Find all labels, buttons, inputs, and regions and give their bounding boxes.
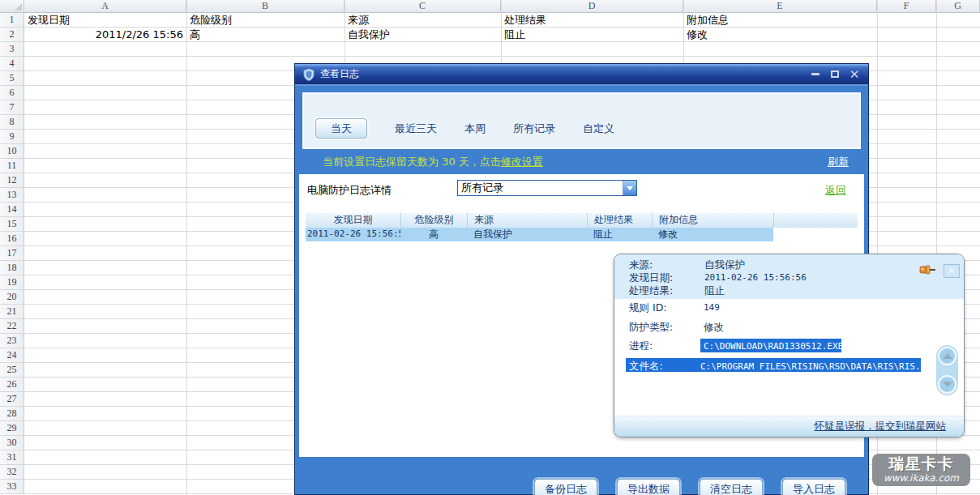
row-header-1[interactable]: 1 xyxy=(0,13,24,28)
column-header-C[interactable]: C xyxy=(344,0,501,13)
row-header-28[interactable]: 28 xyxy=(0,407,24,421)
tab-today[interactable]: 当天 xyxy=(315,118,367,139)
row-header-3[interactable]: 3 xyxy=(0,42,24,57)
cell-A2[interactable]: 2011/2/26 15:56 xyxy=(24,28,186,42)
popup-scrollbar[interactable] xyxy=(936,345,958,395)
row-header-14[interactable]: 14 xyxy=(0,203,24,217)
row-header-32[interactable]: 32 xyxy=(0,465,24,480)
cell-B1[interactable]: 危险级别 xyxy=(186,13,344,28)
row-header-21[interactable]: 21 xyxy=(0,305,24,319)
row-header-23[interactable]: 23 xyxy=(0,334,24,348)
dropdown-button[interactable] xyxy=(623,181,636,195)
detail-filename-row[interactable]: 文件名: C:\PROGRAM FILES\RISING\RSD\DATA\RI… xyxy=(626,358,921,372)
column-header-G[interactable]: G xyxy=(936,0,980,13)
summary-result-value: 阻止 xyxy=(704,284,725,298)
refresh-link[interactable]: 刷新 xyxy=(828,155,849,169)
column-header-F[interactable]: F xyxy=(877,0,936,13)
column-header-B[interactable]: B xyxy=(186,0,344,13)
tab-last-three-days[interactable]: 最近三天 xyxy=(395,118,437,139)
row-header-26[interactable]: 26 xyxy=(0,378,24,392)
log-table-row[interactable]: 2011-02-26 15:56:56 高 自我保护 阻止 修改 xyxy=(306,228,773,241)
import-logs-button[interactable]: 导入日志 xyxy=(782,479,845,495)
cell-C2[interactable]: 自我保护 xyxy=(344,28,501,42)
cell-C1[interactable]: 来源 xyxy=(344,13,501,28)
backup-logs-button[interactable]: 备份日志 xyxy=(534,479,597,495)
row-header-17[interactable]: 17 xyxy=(0,246,24,261)
export-data-button[interactable]: 导出数据 xyxy=(617,479,680,495)
grid-line xyxy=(186,0,187,495)
summary-result-label: 处理结果: xyxy=(629,284,673,298)
log-table-header: 发现日期 危险级别 来源 处理结果 附加信息 xyxy=(306,213,858,228)
row-header-2[interactable]: 2 xyxy=(0,28,24,42)
cell-D1[interactable]: 处理结果 xyxy=(501,13,683,28)
col-header-result[interactable]: 处理结果 xyxy=(587,213,652,228)
row-header-10[interactable]: 10 xyxy=(0,144,24,159)
row-header-9[interactable]: 9 xyxy=(0,130,24,144)
report-false-positive-link[interactable]: 怀疑是误报，提交到瑞星网站 xyxy=(815,420,947,433)
tab-custom[interactable]: 自定义 xyxy=(583,118,614,139)
tab-this-week[interactable]: 本周 xyxy=(464,118,486,139)
cell-B2[interactable]: 高 xyxy=(186,28,344,42)
col-header-date[interactable]: 发现日期 xyxy=(306,213,400,228)
row-header-33[interactable]: 33 xyxy=(0,480,24,494)
row-header-12[interactable]: 12 xyxy=(0,173,24,188)
popup-close-button[interactable]: ✕ xyxy=(944,264,960,278)
cell-info: 修改 xyxy=(652,228,773,241)
detail-filename-label: 文件名: xyxy=(629,360,663,372)
row-header-5[interactable]: 5 xyxy=(0,71,24,86)
arrow-down-icon xyxy=(943,382,952,387)
cell-E1[interactable]: 附加信息 xyxy=(683,13,877,28)
row-header-22[interactable]: 22 xyxy=(0,319,24,334)
row-header-30[interactable]: 30 xyxy=(0,436,24,450)
pushpin-icon[interactable] xyxy=(917,262,936,277)
row-header-6[interactable]: 6 xyxy=(0,86,24,100)
col-header-level[interactable]: 危险级别 xyxy=(400,213,467,228)
log-detail-popup: 来源: 自我保护 发现日期: 2011-02-26 15:56:56 处理结果:… xyxy=(614,254,965,437)
row-header-16[interactable]: 16 xyxy=(0,232,24,246)
maximize-button[interactable] xyxy=(828,69,841,80)
scroll-down-button[interactable] xyxy=(938,375,956,394)
row-header-24[interactable]: 24 xyxy=(0,348,24,363)
detail-process-label: 进程: xyxy=(629,339,653,353)
cell-D2[interactable]: 阻止 xyxy=(501,28,683,42)
detail-protect-type-label: 防护类型: xyxy=(629,321,673,335)
col-header-source[interactable]: 来源 xyxy=(467,213,587,228)
maximize-icon xyxy=(831,70,839,78)
record-type-dropdown[interactable]: 所有记录 xyxy=(457,180,637,196)
modify-settings-link[interactable]: 修改设置 xyxy=(501,155,543,169)
row-header-15[interactable]: 15 xyxy=(0,217,24,232)
row-header-13[interactable]: 13 xyxy=(0,188,24,203)
row-header-4[interactable]: 4 xyxy=(0,57,24,71)
popup-close-icon: ✕ xyxy=(948,265,956,276)
clear-logs-button[interactable]: 清空日志 xyxy=(700,479,763,495)
row-header-29[interactable]: 29 xyxy=(0,421,24,436)
row-header-31[interactable]: 31 xyxy=(0,450,24,465)
scroll-up-button[interactable] xyxy=(938,347,956,365)
row-header-25[interactable]: 25 xyxy=(0,363,24,378)
tab-all-records[interactable]: 所有记录 xyxy=(513,118,555,139)
select-all-corner[interactable] xyxy=(0,0,24,13)
detail-process-value[interactable]: C:\DOWNLOAD\RAD1330512.EXE xyxy=(700,339,841,352)
row-header-27[interactable]: 27 xyxy=(0,392,24,407)
minimize-button[interactable] xyxy=(809,69,822,80)
row-header-11[interactable]: 11 xyxy=(0,159,24,173)
dialog-titlebar[interactable]: 查看日志 ✕ xyxy=(295,64,868,84)
row-header-19[interactable]: 19 xyxy=(0,275,24,290)
col-header-info[interactable]: 附加信息 xyxy=(652,213,773,228)
close-button[interactable]: ✕ xyxy=(848,69,861,80)
column-header-A[interactable]: A xyxy=(24,0,186,13)
row-header-7[interactable]: 7 xyxy=(0,100,24,115)
column-header-D[interactable]: D xyxy=(501,0,683,13)
row-header-20[interactable]: 20 xyxy=(0,290,24,305)
cell-E2[interactable]: 修改 xyxy=(683,28,877,42)
back-link[interactable]: 返回 xyxy=(825,183,846,198)
detail-rule-id-value: 149 xyxy=(704,301,720,314)
select-all-icon xyxy=(15,3,22,11)
row-header-18[interactable]: 18 xyxy=(0,261,24,275)
detail-protect-type-value: 修改 xyxy=(704,321,724,335)
dropdown-value: 所有记录 xyxy=(458,181,623,195)
row-header-8[interactable]: 8 xyxy=(0,115,24,130)
column-header-E[interactable]: E xyxy=(683,0,877,13)
watermark: 瑞星卡卡 www.ikaka.com xyxy=(872,454,970,486)
cell-A1[interactable]: 发现日期 xyxy=(24,13,186,28)
